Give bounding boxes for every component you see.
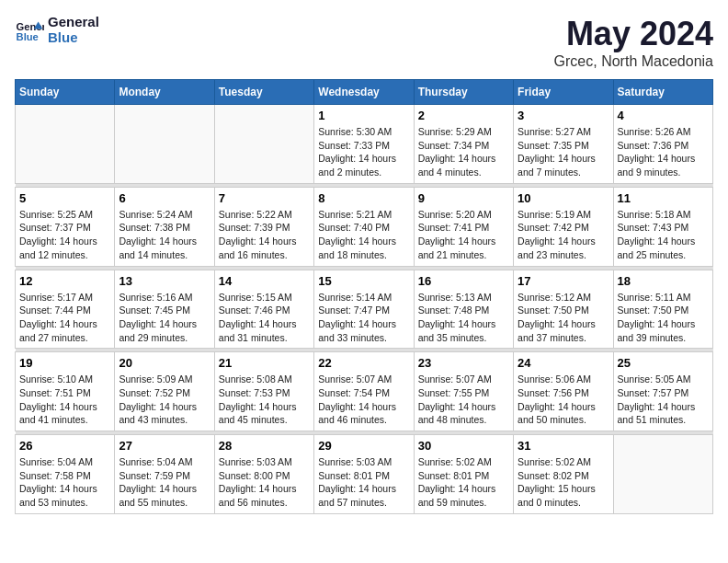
sunset-text: Sunset: 7:40 PM — [318, 221, 409, 235]
calendar-cell: 17Sunrise: 5:12 AMSunset: 7:50 PMDayligh… — [514, 270, 613, 349]
sunrise-text: Sunrise: 5:03 AM — [318, 455, 409, 469]
calendar-cell: 26Sunrise: 5:04 AMSunset: 7:58 PMDayligh… — [16, 435, 115, 514]
sunrise-text: Sunrise: 5:30 AM — [318, 125, 409, 139]
sunrise-text: Sunrise: 5:21 AM — [318, 208, 409, 222]
calendar-cell: 24Sunrise: 5:06 AMSunset: 7:56 PMDayligh… — [514, 352, 613, 431]
calendar-cell: 30Sunrise: 5:02 AMSunset: 8:01 PMDayligh… — [414, 435, 513, 514]
daylight-text: Daylight: 14 hours and 59 minutes. — [418, 482, 509, 509]
day-number: 3 — [518, 109, 609, 122]
cell-detail: Sunrise: 5:26 AMSunset: 7:36 PMDaylight:… — [618, 125, 709, 179]
sunset-text: Sunset: 8:01 PM — [318, 469, 409, 483]
sunrise-text: Sunrise: 5:22 AM — [219, 208, 310, 222]
daylight-text: Daylight: 15 hours and 0 minutes. — [518, 482, 609, 509]
day-number: 20 — [119, 356, 210, 370]
cell-detail: Sunrise: 5:27 AMSunset: 7:35 PMDaylight:… — [518, 125, 609, 179]
day-number: 4 — [618, 109, 709, 122]
day-number: 1 — [318, 109, 409, 122]
daylight-text: Daylight: 14 hours and 53 minutes. — [19, 482, 110, 509]
sunset-text: Sunset: 7:58 PM — [19, 469, 110, 483]
sunset-text: Sunset: 7:51 PM — [19, 386, 110, 400]
sunset-text: Sunset: 7:41 PM — [418, 221, 509, 235]
sunrise-text: Sunrise: 5:18 AM — [618, 208, 709, 222]
calendar-cell: 7Sunrise: 5:22 AMSunset: 7:39 PMDaylight… — [214, 187, 313, 266]
sunset-text: Sunset: 7:54 PM — [318, 386, 409, 400]
sunset-text: Sunset: 7:44 PM — [19, 304, 110, 317]
cell-detail: Sunrise: 5:25 AMSunset: 7:37 PMDaylight:… — [19, 208, 110, 262]
daylight-text: Daylight: 14 hours and 46 minutes. — [318, 400, 409, 427]
daylight-text: Daylight: 14 hours and 43 minutes. — [119, 400, 210, 427]
cell-detail: Sunrise: 5:09 AMSunset: 7:52 PMDaylight:… — [119, 373, 210, 427]
daylight-text: Daylight: 14 hours and 41 minutes. — [19, 400, 110, 427]
calendar-cell: 5Sunrise: 5:25 AMSunset: 7:37 PMDaylight… — [16, 187, 115, 266]
day-number: 31 — [518, 439, 609, 453]
calendar-cell — [115, 105, 214, 184]
day-number: 29 — [318, 439, 409, 453]
calendar-cell: 14Sunrise: 5:15 AMSunset: 7:46 PMDayligh… — [214, 270, 313, 349]
day-number: 5 — [19, 191, 110, 205]
calendar-week-row: 1Sunrise: 5:30 AMSunset: 7:33 PMDaylight… — [16, 105, 713, 184]
logo-icon: General Blue — [15, 16, 44, 45]
day-number: 16 — [418, 274, 509, 288]
sunrise-text: Sunrise: 5:05 AM — [618, 373, 709, 386]
day-number: 12 — [19, 274, 110, 288]
calendar-cell: 23Sunrise: 5:07 AMSunset: 7:55 PMDayligh… — [414, 352, 513, 431]
sunset-text: Sunset: 7:33 PM — [318, 139, 409, 153]
day-number: 30 — [418, 439, 509, 453]
sunset-text: Sunset: 7:38 PM — [119, 221, 210, 235]
sunrise-text: Sunrise: 5:15 AM — [219, 291, 310, 304]
daylight-text: Daylight: 14 hours and 23 minutes. — [518, 235, 609, 261]
cell-detail: Sunrise: 5:07 AMSunset: 7:54 PMDaylight:… — [318, 373, 409, 427]
calendar-cell: 10Sunrise: 5:19 AMSunset: 7:42 PMDayligh… — [514, 187, 613, 266]
cell-detail: Sunrise: 5:04 AMSunset: 7:59 PMDaylight:… — [119, 455, 210, 510]
daylight-text: Daylight: 14 hours and 9 minutes. — [618, 152, 709, 178]
logo-text-line1: General — [48, 15, 99, 30]
sunrise-text: Sunrise: 5:14 AM — [318, 291, 409, 304]
daylight-text: Daylight: 14 hours and 2 minutes. — [318, 152, 409, 178]
sunrise-text: Sunrise: 5:12 AM — [518, 291, 609, 304]
weekday-header-thursday: Thursday — [414, 80, 513, 105]
calendar-cell: 19Sunrise: 5:10 AMSunset: 7:51 PMDayligh… — [16, 352, 115, 431]
day-number: 18 — [618, 274, 709, 288]
sunrise-text: Sunrise: 5:20 AM — [418, 208, 509, 222]
sunset-text: Sunset: 7:57 PM — [618, 386, 709, 400]
cell-detail: Sunrise: 5:16 AMSunset: 7:45 PMDaylight:… — [119, 291, 210, 345]
daylight-text: Daylight: 14 hours and 51 minutes. — [618, 400, 709, 427]
daylight-text: Daylight: 14 hours and 29 minutes. — [119, 317, 210, 344]
sunrise-text: Sunrise: 5:25 AM — [19, 208, 110, 222]
cell-detail: Sunrise: 5:24 AMSunset: 7:38 PMDaylight:… — [119, 208, 210, 262]
sunset-text: Sunset: 7:59 PM — [119, 469, 210, 483]
location-subtitle: Grcec, North Macedonia — [554, 53, 713, 70]
daylight-text: Daylight: 14 hours and 56 minutes. — [219, 482, 310, 509]
calendar-cell: 15Sunrise: 5:14 AMSunset: 7:47 PMDayligh… — [314, 270, 414, 349]
cell-detail: Sunrise: 5:19 AMSunset: 7:42 PMDaylight:… — [518, 208, 609, 262]
calendar-cell: 20Sunrise: 5:09 AMSunset: 7:52 PMDayligh… — [115, 352, 214, 431]
daylight-text: Daylight: 14 hours and 7 minutes. — [518, 152, 609, 178]
cell-detail: Sunrise: 5:04 AMSunset: 7:58 PMDaylight:… — [19, 455, 110, 510]
sunset-text: Sunset: 7:48 PM — [418, 304, 509, 317]
sunrise-text: Sunrise: 5:19 AM — [518, 208, 609, 222]
sunrise-text: Sunrise: 5:11 AM — [618, 291, 709, 304]
day-number: 26 — [19, 439, 110, 453]
day-number: 10 — [518, 191, 609, 205]
sunset-text: Sunset: 7:46 PM — [219, 304, 310, 317]
cell-detail: Sunrise: 5:20 AMSunset: 7:41 PMDaylight:… — [418, 208, 509, 262]
sunset-text: Sunset: 8:01 PM — [418, 469, 509, 483]
sunrise-text: Sunrise: 5:02 AM — [418, 455, 509, 469]
calendar-header-row: SundayMondayTuesdayWednesdayThursdayFrid… — [16, 80, 713, 105]
sunset-text: Sunset: 7:53 PM — [219, 386, 310, 400]
sunrise-text: Sunrise: 5:26 AM — [618, 125, 709, 139]
cell-detail: Sunrise: 5:10 AMSunset: 7:51 PMDaylight:… — [19, 373, 110, 427]
day-number: 6 — [119, 191, 210, 205]
cell-detail: Sunrise: 5:12 AMSunset: 7:50 PMDaylight:… — [518, 291, 609, 345]
sunrise-text: Sunrise: 5:07 AM — [418, 373, 509, 386]
calendar-cell: 3Sunrise: 5:27 AMSunset: 7:35 PMDaylight… — [514, 105, 613, 184]
calendar-cell: 4Sunrise: 5:26 AMSunset: 7:36 PMDaylight… — [613, 105, 712, 184]
sunrise-text: Sunrise: 5:27 AM — [518, 125, 609, 139]
day-number: 27 — [119, 439, 210, 453]
day-number: 25 — [618, 356, 709, 370]
day-number: 11 — [618, 191, 709, 205]
calendar-cell: 28Sunrise: 5:03 AMSunset: 8:00 PMDayligh… — [214, 435, 313, 514]
logo-text-line2: Blue — [48, 30, 99, 46]
cell-detail: Sunrise: 5:21 AMSunset: 7:40 PMDaylight:… — [318, 208, 409, 262]
sunset-text: Sunset: 7:45 PM — [119, 304, 210, 317]
